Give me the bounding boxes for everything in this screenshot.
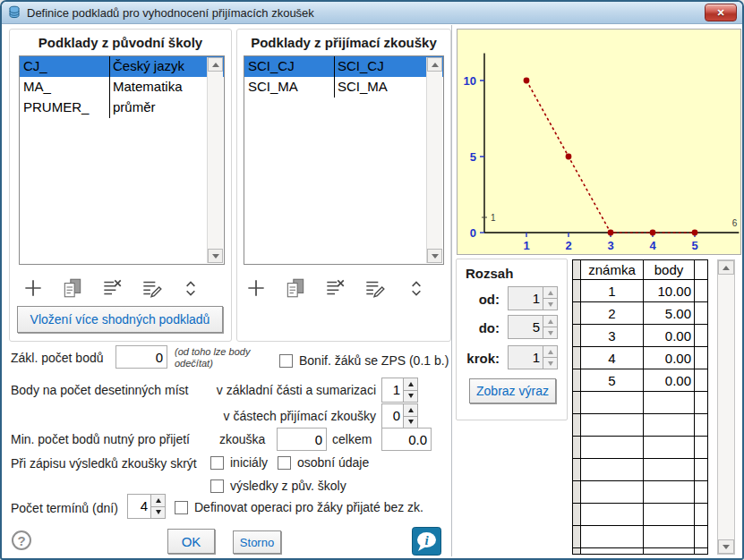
base-points-input[interactable] — [115, 345, 167, 369]
table-cell — [573, 280, 581, 301]
table-cell — [573, 481, 581, 503]
hide-initials-checkbox[interactable]: iniciály — [210, 455, 268, 470]
table-row[interactable]: 50.00 — [573, 369, 707, 392]
table-row[interactable] — [573, 392, 707, 414]
spinner-value[interactable]: 1 — [509, 287, 543, 310]
table-row[interactable] — [573, 526, 707, 548]
table-cell — [695, 414, 707, 436]
scroll-up-icon[interactable] — [718, 260, 734, 275]
table-scrollbar[interactable] — [717, 259, 735, 555]
table-row[interactable]: 30.00 — [573, 325, 707, 347]
scroll-down-icon[interactable] — [427, 249, 442, 263]
spin-down-icon[interactable] — [543, 358, 557, 369]
ok-button[interactable]: OK — [167, 529, 215, 554]
delete-entry-icon[interactable] — [323, 276, 346, 300]
terms-spinner[interactable]: 4 — [127, 494, 166, 519]
spinner-value[interactable]: 5 — [509, 316, 543, 338]
table-row[interactable] — [573, 504, 707, 526]
table-cell — [695, 526, 707, 547]
spinner-value[interactable]: 1 — [382, 378, 403, 402]
table-cell — [644, 548, 695, 555]
table-row[interactable]: 40.00 — [573, 347, 707, 369]
zps-checkbox[interactable]: Bonif. žáků se ZPS (0.1 b.) — [279, 353, 449, 368]
spin-up-icon[interactable] — [404, 378, 417, 391]
hide-personal-checkbox[interactable]: osobní údaje — [278, 455, 369, 470]
reorder-icon[interactable] — [179, 276, 202, 300]
scroll-up-icon[interactable] — [208, 57, 223, 72]
spin-up-icon[interactable] — [404, 404, 417, 417]
range-from-spinner[interactable]: 1 — [508, 286, 558, 310]
table-row[interactable] — [573, 481, 707, 504]
window-title: Definice podkladů pro vyhodnocení přijím… — [27, 6, 314, 20]
define-op-checkbox[interactable]: Definovat operaci pro žáky přijaté bez z… — [175, 500, 423, 514]
help-icon[interactable]: ? — [12, 530, 31, 550]
checkbox-icon[interactable] — [210, 456, 224, 470]
table-row[interactable]: 25.00 — [573, 302, 707, 325]
list-item[interactable]: CJ_Český jazyk — [20, 56, 224, 77]
range-to-spinner[interactable]: 5 — [508, 315, 558, 339]
range-step-spinner[interactable]: 1 — [508, 345, 558, 369]
table-row[interactable] — [573, 459, 707, 481]
table-cell — [644, 437, 695, 458]
hide-personal-label: osobní údaje — [297, 455, 369, 470]
spin-up-icon[interactable] — [543, 346, 557, 358]
spin-down-icon[interactable] — [151, 507, 165, 519]
scroll-down-icon[interactable] — [718, 539, 734, 554]
exam-list[interactable]: SCI_CJSCI_CJSCI_MASCI_MA — [244, 55, 444, 265]
edit-entry-icon[interactable] — [363, 276, 386, 300]
range-step-label: krok: — [458, 351, 500, 366]
reorder-icon[interactable] — [405, 276, 428, 300]
add-icon[interactable] — [244, 276, 268, 300]
scroll-up-icon[interactable] — [427, 57, 442, 72]
spin-down-icon[interactable] — [404, 417, 417, 428]
edit-entry-icon[interactable] — [140, 276, 163, 300]
spinner-value[interactable]: 4 — [128, 495, 150, 518]
spin-up-icon[interactable] — [543, 316, 557, 327]
table-cell — [581, 481, 644, 503]
table-row[interactable]: 110.00 — [573, 280, 707, 302]
spin-down-icon[interactable] — [543, 327, 557, 338]
checkbox-icon[interactable] — [175, 501, 188, 514]
spinner-value[interactable]: 0 — [382, 404, 403, 428]
list-item[interactable]: PRUMER_průměr — [20, 98, 224, 118]
title-bar[interactable]: Definice podkladů pro vyhodnocení přijím… — [2, 2, 742, 24]
copy-icon[interactable] — [61, 276, 84, 300]
info-icon[interactable]: i — [412, 527, 441, 556]
svg-text:2: 2 — [565, 239, 571, 252]
cancel-button[interactable]: Storno — [233, 530, 281, 554]
spin-down-icon[interactable] — [543, 299, 557, 310]
list-item[interactable]: MA_Matematika — [20, 77, 224, 98]
hide-results-checkbox[interactable]: výsledky z pův. školy — [210, 479, 346, 493]
exam-points-input[interactable] — [277, 428, 327, 451]
total-points-input[interactable] — [381, 428, 432, 451]
scroll-down-icon[interactable] — [208, 249, 223, 263]
spinner-value[interactable]: 1 — [509, 346, 543, 369]
exam-list-scrollbar[interactable] — [426, 57, 442, 263]
spin-down-icon[interactable] — [404, 391, 417, 403]
terms-label: Počet termínů (dní) — [11, 501, 118, 515]
score-table[interactable]: známkabody110.0025.0030.0040.0050.00 — [572, 259, 708, 555]
checkbox-icon[interactable] — [278, 456, 291, 470]
delete-entry-icon[interactable] — [100, 276, 124, 300]
checkbox-icon[interactable] — [279, 354, 293, 368]
table-row[interactable] — [573, 548, 707, 555]
decimals-base-spinner[interactable]: 1 — [381, 378, 418, 403]
checkbox-icon[interactable] — [210, 479, 224, 493]
list-item[interactable]: SCI_MASCI_MA — [244, 77, 443, 98]
table-cell — [573, 369, 581, 391]
define-op-label: Definovat operaci pro žáky přijaté bez z… — [194, 500, 423, 514]
source-school-list[interactable]: CJ_Český jazykMA_MatematikaPRUMER_průměr — [19, 55, 225, 265]
spin-up-icon[interactable] — [151, 495, 165, 507]
table-row[interactable] — [573, 414, 707, 437]
add-icon[interactable] — [21, 276, 45, 300]
table-cell: 10.00 — [644, 280, 695, 301]
spin-up-icon[interactable] — [543, 287, 557, 299]
decimals-exam-spinner[interactable]: 0 — [381, 403, 418, 428]
insert-multiple-button[interactable]: Vložení více shodných podkladů — [17, 306, 223, 333]
table-row[interactable] — [573, 437, 707, 459]
close-button[interactable]: ✕ — [705, 4, 737, 21]
list-item[interactable]: SCI_CJSCI_CJ — [244, 56, 443, 77]
show-expression-button[interactable]: Zobraz výraz — [469, 378, 556, 403]
copy-icon[interactable] — [284, 276, 307, 300]
source-list-scrollbar[interactable] — [207, 57, 223, 263]
